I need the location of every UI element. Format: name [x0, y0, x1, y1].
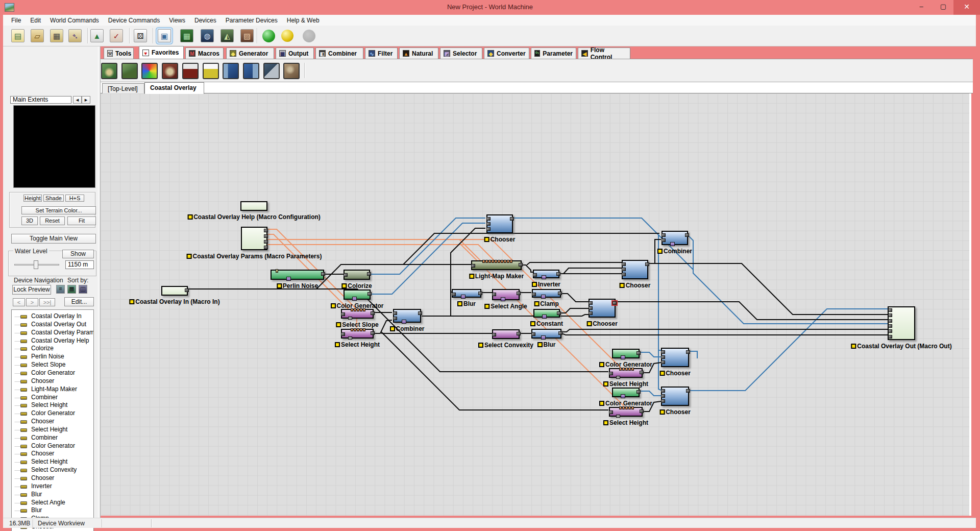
- port[interactable]: [686, 350, 690, 354]
- menu-device-commands[interactable]: Device Commands: [104, 17, 164, 24]
- build-ball-gray-icon[interactable]: [303, 30, 315, 42]
- port[interactable]: [185, 288, 189, 292]
- node-enable-checkbox[interactable]: [484, 304, 489, 309]
- port[interactable]: [631, 406, 634, 409]
- workview-tab-coastal-overlay[interactable]: Coastal Overlay: [144, 82, 204, 94]
- device-list-item[interactable]: Colorize: [12, 345, 93, 353]
- port[interactable]: [360, 328, 362, 331]
- port[interactable]: [485, 260, 488, 263]
- port[interactable]: [371, 311, 375, 315]
- device-list-item[interactable]: Select Angle: [12, 499, 93, 507]
- node-help[interactable]: [240, 201, 267, 211]
- minimize-button[interactable]: –: [911, 0, 932, 15]
- node-combiner[interactable]: [393, 309, 421, 323]
- port[interactable]: [501, 260, 503, 263]
- port[interactable]: [558, 331, 562, 335]
- port[interactable]: [616, 415, 620, 418]
- gradient-icon[interactable]: [141, 63, 158, 79]
- port[interactable]: [264, 240, 268, 244]
- port[interactable]: [352, 297, 357, 301]
- port[interactable]: [492, 260, 494, 263]
- node-cgB1[interactable]: [612, 349, 640, 358]
- import-icon[interactable]: ➴: [68, 29, 82, 42]
- port[interactable]: [621, 394, 625, 398]
- button-reset[interactable]: Reset: [40, 216, 65, 225]
- port[interactable]: [418, 311, 422, 315]
- node-enable-checkbox[interactable]: [330, 303, 335, 308]
- port[interactable]: [628, 368, 631, 371]
- node-enable-checkbox[interactable]: [620, 283, 625, 288]
- port[interactable]: [589, 311, 593, 315]
- node-enable-checkbox[interactable]: [187, 254, 192, 259]
- node-chooserT[interactable]: [486, 214, 513, 233]
- new-world-icon[interactable]: ▤: [11, 29, 24, 42]
- port[interactable]: [368, 292, 372, 296]
- erosion-icon[interactable]: [162, 63, 178, 79]
- node-enable-checkbox[interactable]: [187, 214, 192, 220]
- set-terrain-color-button[interactable]: Set Terrain Color...: [21, 206, 96, 214]
- port[interactable]: [393, 317, 397, 320]
- device-list-item[interactable]: Coastal Overlay Out: [12, 321, 93, 329]
- port[interactable]: [371, 331, 375, 335]
- port[interactable]: [531, 332, 535, 336]
- layout-view-icon[interactable]: ▦: [180, 29, 193, 42]
- port[interactable]: [519, 263, 523, 267]
- port[interactable]: [622, 268, 626, 271]
- menu-views[interactable]: Views: [164, 17, 190, 24]
- advanced-perlin-icon[interactable]: [101, 63, 117, 79]
- port[interactable]: [609, 372, 613, 375]
- node-enable-checkbox[interactable]: [335, 342, 340, 347]
- port[interactable]: [533, 273, 537, 277]
- tab-macros[interactable]: MMacros: [185, 47, 224, 59]
- port[interactable]: [622, 406, 625, 409]
- tab-selector[interactable]: ◩Selector: [440, 47, 482, 59]
- port[interactable]: [661, 399, 665, 403]
- node-in[interactable]: [161, 286, 188, 296]
- explorer-view-icon[interactable]: ◍: [201, 29, 214, 42]
- edit-button[interactable]: Edit...: [64, 297, 94, 306]
- port[interactable]: [363, 308, 365, 311]
- port[interactable]: [478, 292, 482, 295]
- tab-tools[interactable]: ⚒Tools: [104, 47, 134, 59]
- port[interactable]: [348, 336, 352, 340]
- texture-view-icon[interactable]: ▨: [240, 29, 254, 42]
- node-enable-checkbox[interactable]: [586, 321, 592, 326]
- port[interactable]: [661, 360, 665, 364]
- tab-favorites[interactable]: ♥Favorites: [139, 46, 184, 59]
- port[interactable]: [542, 315, 547, 319]
- node-out[interactable]: [888, 306, 915, 340]
- menu-devices[interactable]: Devices: [190, 17, 221, 24]
- port[interactable]: [482, 260, 485, 263]
- port[interactable]: [625, 368, 628, 371]
- port[interactable]: [888, 308, 892, 312]
- port[interactable]: [341, 332, 345, 336]
- tab-combiner[interactable]: ◧Combiner: [315, 47, 363, 59]
- node-enable-checkbox[interactable]: [530, 321, 535, 326]
- port[interactable]: [363, 328, 365, 331]
- port[interactable]: [351, 308, 353, 311]
- nav-next-button[interactable]: >: [26, 298, 38, 306]
- port[interactable]: [488, 260, 491, 263]
- port[interactable]: [685, 233, 689, 237]
- port[interactable]: [661, 350, 665, 354]
- node-chooserC[interactable]: [589, 299, 616, 318]
- port[interactable]: [393, 311, 397, 315]
- port[interactable]: [636, 390, 641, 394]
- port[interactable]: [556, 272, 560, 276]
- build-ball-green-icon[interactable]: [262, 30, 275, 42]
- device-list-item[interactable]: Select Slope: [12, 361, 93, 369]
- node-clamp[interactable]: [532, 289, 561, 298]
- save-world-icon[interactable]: ▦: [50, 29, 63, 42]
- menu-edit[interactable]: Edit: [26, 17, 45, 24]
- sort-flow-icon[interactable]: ◫: [79, 285, 87, 294]
- menu-file[interactable]: File: [7, 17, 26, 24]
- port[interactable]: [542, 275, 546, 279]
- port[interactable]: [558, 292, 562, 295]
- port[interactable]: [471, 264, 475, 268]
- port[interactable]: [670, 242, 675, 246]
- node-perlin[interactable]: [271, 270, 324, 280]
- button-fit[interactable]: Fit: [67, 216, 96, 225]
- port[interactable]: [348, 317, 352, 320]
- device-list-item[interactable]: Chooser: [12, 450, 93, 458]
- port[interactable]: [622, 273, 626, 276]
